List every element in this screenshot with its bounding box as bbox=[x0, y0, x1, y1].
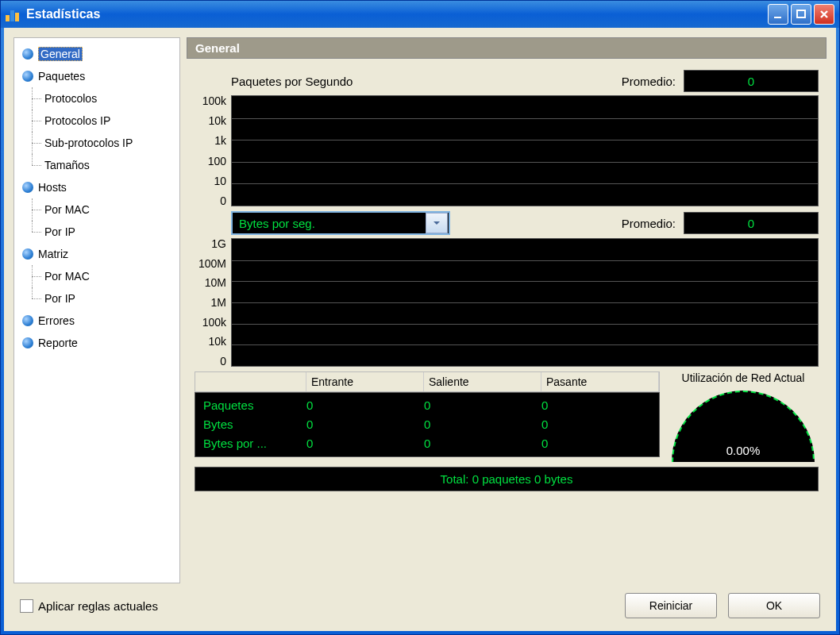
total-bar: Total: 0 paquetes 0 bytes bbox=[195, 467, 819, 491]
svg-rect-0 bbox=[774, 17, 781, 18]
sidebar-item-protocolos[interactable]: Protocolos bbox=[17, 87, 176, 110]
cell: 0 bbox=[541, 396, 659, 415]
sidebar-item-label: Sub-protocolos IP bbox=[44, 137, 133, 149]
minimize-icon bbox=[773, 9, 784, 20]
sidebar-item-matriz[interactable]: Matriz bbox=[17, 243, 176, 265]
maximize-button[interactable] bbox=[791, 4, 811, 25]
cell: 0 bbox=[424, 396, 541, 415]
table-row: Bytes 0 0 0 bbox=[195, 415, 659, 434]
sidebar-item-matriz-mac[interactable]: Por MAC bbox=[17, 265, 176, 287]
ytick: 10 bbox=[195, 175, 226, 187]
chart-pps-plot bbox=[231, 95, 819, 206]
sidebar-item-general[interactable]: General bbox=[17, 43, 176, 65]
stats-table-body: Paquetes 0 0 0 Bytes 0 0 0 bbox=[195, 392, 660, 457]
cell: 0 bbox=[306, 396, 424, 415]
apply-rules-checkbox[interactable] bbox=[20, 599, 33, 613]
sidebar-item-sub-protocolos-ip[interactable]: Sub-protocolos IP bbox=[17, 132, 176, 154]
ytick: 100 bbox=[195, 156, 226, 167]
ytick: 10M bbox=[195, 277, 226, 288]
sidebar-item-por-mac[interactable]: Por MAC bbox=[17, 198, 176, 221]
reset-button[interactable]: Reiniciar bbox=[625, 593, 717, 618]
bullet-icon bbox=[22, 315, 33, 326]
svg-rect-1 bbox=[797, 10, 805, 17]
cell: 0 bbox=[541, 434, 659, 453]
sidebar-item-label: Tamaños bbox=[44, 159, 90, 171]
window-title: Estadísticas bbox=[26, 7, 768, 21]
th-entrante: Entrante bbox=[306, 372, 424, 391]
chart-metric-dropdown[interactable]: Bytes por seg. bbox=[231, 211, 450, 235]
bullet-icon bbox=[22, 248, 33, 260]
chart-bps-yaxis: 1G 100M 10M 1M 100k 10k 0 bbox=[195, 238, 231, 367]
sidebar-item-reporte[interactable]: Reporte bbox=[17, 332, 176, 354]
ytick: 1k bbox=[195, 135, 226, 146]
th-blank bbox=[195, 372, 306, 391]
bullet-icon bbox=[22, 182, 33, 193]
bullet-icon bbox=[22, 48, 33, 60]
apply-rules-label: Aplicar reglas actuales bbox=[38, 599, 158, 613]
apply-rules-checkbox-wrap[interactable]: Aplicar reglas actuales bbox=[20, 599, 158, 613]
maximize-icon bbox=[796, 9, 807, 20]
cell: 0 bbox=[306, 434, 424, 453]
sidebar-item-label: Por MAC bbox=[44, 203, 90, 216]
chart-bps-plot bbox=[231, 238, 819, 367]
gauge-title: Utilización de Red Actual bbox=[668, 371, 819, 384]
chart-pps-avg-value: 0 bbox=[684, 70, 819, 92]
main-area: General Paquetes Protocolos Protocolos I… bbox=[13, 37, 827, 583]
ytick: 1M bbox=[195, 297, 226, 308]
window-controls bbox=[768, 4, 834, 25]
close-icon bbox=[819, 9, 830, 20]
gauge: 0.00% bbox=[672, 389, 815, 462]
ytick: 0 bbox=[195, 195, 226, 206]
th-saliente: Saliente bbox=[424, 372, 541, 391]
bullet-icon bbox=[22, 337, 33, 348]
client-area: General Paquetes Protocolos Protocolos I… bbox=[4, 28, 836, 631]
ytick: 0 bbox=[195, 356, 226, 367]
sidebar-item-errores[interactable]: Errores bbox=[17, 310, 176, 332]
row-label: Paquetes bbox=[195, 396, 306, 415]
cell: 0 bbox=[541, 415, 659, 434]
sidebar-item-matriz-ip[interactable]: Por IP bbox=[17, 287, 176, 310]
chevron-down-icon bbox=[432, 218, 441, 228]
row-label: Bytes bbox=[195, 415, 306, 434]
sidebar-item-label: Por IP bbox=[44, 225, 75, 238]
th-pasante: Pasante bbox=[541, 372, 659, 391]
content-body: Paquetes por Segundo Promedio: 0 100k 10… bbox=[187, 59, 827, 583]
stats-table: Entrante Saliente Pasante Paquetes 0 0 0 bbox=[195, 371, 660, 462]
ytick: 1G bbox=[195, 238, 226, 249]
sidebar-item-paquetes[interactable]: Paquetes bbox=[17, 65, 176, 87]
chart-bps-avg-value: 0 bbox=[684, 212, 819, 234]
sidebar-item-label: Protocolos bbox=[44, 92, 97, 105]
chart-pps-yaxis: 100k 10k 1k 100 10 0 bbox=[195, 95, 231, 206]
footer: Aplicar reglas actuales Reiniciar OK bbox=[13, 583, 827, 622]
sidebar-item-label: General bbox=[38, 47, 83, 61]
sidebar-item-hosts[interactable]: Hosts bbox=[17, 176, 176, 198]
sidebar-item-por-ip[interactable]: Por IP bbox=[17, 221, 176, 243]
chart-pps-avg-label: Promedio: bbox=[622, 75, 676, 88]
cell: 0 bbox=[306, 415, 424, 434]
ok-button[interactable]: OK bbox=[728, 593, 820, 618]
sidebar-item-label: Por IP bbox=[44, 292, 75, 305]
sidebar-item-label: Reporte bbox=[38, 337, 78, 349]
sidebar-item-label: Paquetes bbox=[38, 70, 85, 83]
sidebar-tree[interactable]: General Paquetes Protocolos Protocolos I… bbox=[13, 37, 180, 583]
bullet-icon bbox=[22, 71, 33, 82]
row-label: Bytes por ... bbox=[195, 434, 306, 453]
table-row: Paquetes 0 0 0 bbox=[195, 396, 659, 415]
sidebar-item-label: Protocolos IP bbox=[44, 114, 110, 127]
dropdown-value: Bytes por seg. bbox=[233, 217, 425, 230]
sidebar-item-label: Hosts bbox=[38, 181, 67, 194]
titlebar[interactable]: Estadísticas bbox=[1, 1, 839, 28]
sidebar-item-protocolos-ip[interactable]: Protocolos IP bbox=[17, 110, 176, 132]
dropdown-button[interactable] bbox=[426, 213, 448, 233]
minimize-button[interactable] bbox=[768, 4, 788, 25]
gauge-value: 0.00% bbox=[672, 444, 815, 457]
sidebar-item-label: Errores bbox=[38, 314, 75, 327]
sidebar-item-tamanos[interactable]: Tamaños bbox=[17, 154, 176, 176]
bottom-section: Entrante Saliente Pasante Paquetes 0 0 0 bbox=[195, 371, 819, 462]
chart-bps-header: Bytes por seg. Promedio: 0 bbox=[195, 211, 819, 235]
sidebar-item-label: Por MAC bbox=[44, 270, 90, 283]
cell: 0 bbox=[424, 415, 541, 434]
ytick: 10k bbox=[195, 336, 226, 347]
content-panel: General Paquetes por Segundo Promedio: 0… bbox=[187, 37, 827, 583]
close-button[interactable] bbox=[814, 4, 834, 25]
